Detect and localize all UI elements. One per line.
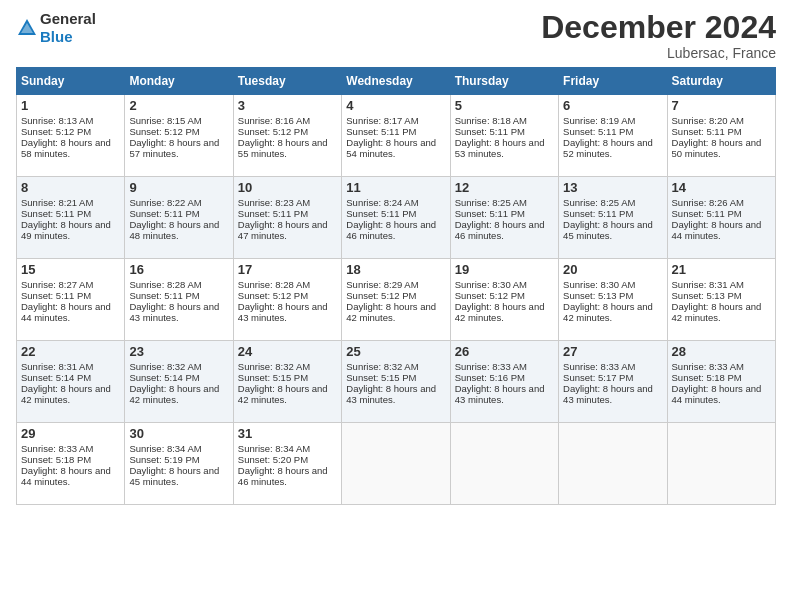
calendar-cell: 24Sunrise: 8:32 AMSunset: 5:15 PMDayligh… [233,341,341,423]
calendar-cell [559,423,667,505]
daylight-text: Daylight: 8 hours and 52 minutes. [563,137,662,159]
calendar-cell [342,423,450,505]
day-number: 31 [238,426,337,441]
daylight-text: Daylight: 8 hours and 42 minutes. [21,383,120,405]
calendar-header-row: SundayMondayTuesdayWednesdayThursdayFrid… [17,68,776,95]
sunrise-text: Sunrise: 8:34 AM [238,443,337,454]
calendar-header-cell: Wednesday [342,68,450,95]
day-number: 8 [21,180,120,195]
day-number: 26 [455,344,554,359]
calendar-table: SundayMondayTuesdayWednesdayThursdayFrid… [16,67,776,505]
day-number: 22 [21,344,120,359]
sunrise-text: Sunrise: 8:18 AM [455,115,554,126]
sunset-text: Sunset: 5:19 PM [129,454,228,465]
daylight-text: Daylight: 8 hours and 42 minutes. [346,301,445,323]
sunset-text: Sunset: 5:13 PM [563,290,662,301]
calendar-week-row: 8Sunrise: 8:21 AMSunset: 5:11 PMDaylight… [17,177,776,259]
daylight-text: Daylight: 8 hours and 43 minutes. [346,383,445,405]
calendar-cell: 18Sunrise: 8:29 AMSunset: 5:12 PMDayligh… [342,259,450,341]
sunrise-text: Sunrise: 8:19 AM [563,115,662,126]
sunrise-text: Sunrise: 8:23 AM [238,197,337,208]
sunrise-text: Sunrise: 8:34 AM [129,443,228,454]
daylight-text: Daylight: 8 hours and 46 minutes. [346,219,445,241]
sunset-text: Sunset: 5:11 PM [563,126,662,137]
calendar-cell: 23Sunrise: 8:32 AMSunset: 5:14 PMDayligh… [125,341,233,423]
calendar-cell: 29Sunrise: 8:33 AMSunset: 5:18 PMDayligh… [17,423,125,505]
day-number: 3 [238,98,337,113]
calendar-cell: 27Sunrise: 8:33 AMSunset: 5:17 PMDayligh… [559,341,667,423]
day-number: 10 [238,180,337,195]
sunset-text: Sunset: 5:11 PM [129,208,228,219]
sunset-text: Sunset: 5:11 PM [455,126,554,137]
month-title: December 2024 [541,10,776,45]
calendar-cell: 20Sunrise: 8:30 AMSunset: 5:13 PMDayligh… [559,259,667,341]
daylight-text: Daylight: 8 hours and 50 minutes. [672,137,771,159]
sunset-text: Sunset: 5:14 PM [129,372,228,383]
daylight-text: Daylight: 8 hours and 43 minutes. [563,383,662,405]
day-number: 17 [238,262,337,277]
calendar-week-row: 29Sunrise: 8:33 AMSunset: 5:18 PMDayligh… [17,423,776,505]
daylight-text: Daylight: 8 hours and 43 minutes. [129,301,228,323]
day-number: 24 [238,344,337,359]
day-number: 16 [129,262,228,277]
calendar-week-row: 22Sunrise: 8:31 AMSunset: 5:14 PMDayligh… [17,341,776,423]
calendar-cell: 16Sunrise: 8:28 AMSunset: 5:11 PMDayligh… [125,259,233,341]
calendar-cell: 25Sunrise: 8:32 AMSunset: 5:15 PMDayligh… [342,341,450,423]
daylight-text: Daylight: 8 hours and 42 minutes. [129,383,228,405]
sunrise-text: Sunrise: 8:32 AM [129,361,228,372]
calendar-cell: 21Sunrise: 8:31 AMSunset: 5:13 PMDayligh… [667,259,775,341]
sunrise-text: Sunrise: 8:31 AM [672,279,771,290]
calendar-cell: 4Sunrise: 8:17 AMSunset: 5:11 PMDaylight… [342,95,450,177]
daylight-text: Daylight: 8 hours and 55 minutes. [238,137,337,159]
calendar-cell: 31Sunrise: 8:34 AMSunset: 5:20 PMDayligh… [233,423,341,505]
calendar-cell: 8Sunrise: 8:21 AMSunset: 5:11 PMDaylight… [17,177,125,259]
day-number: 28 [672,344,771,359]
page-container: General Blue December 2024 Lubersac, Fra… [0,0,792,515]
sunset-text: Sunset: 5:14 PM [21,372,120,383]
sunrise-text: Sunrise: 8:33 AM [563,361,662,372]
sunrise-text: Sunrise: 8:16 AM [238,115,337,126]
calendar-cell: 15Sunrise: 8:27 AMSunset: 5:11 PMDayligh… [17,259,125,341]
sunset-text: Sunset: 5:11 PM [672,208,771,219]
sunset-text: Sunset: 5:12 PM [238,290,337,301]
sunrise-text: Sunrise: 8:26 AM [672,197,771,208]
calendar-week-row: 1Sunrise: 8:13 AMSunset: 5:12 PMDaylight… [17,95,776,177]
daylight-text: Daylight: 8 hours and 49 minutes. [21,219,120,241]
day-number: 29 [21,426,120,441]
daylight-text: Daylight: 8 hours and 45 minutes. [129,465,228,487]
sunset-text: Sunset: 5:12 PM [238,126,337,137]
sunrise-text: Sunrise: 8:13 AM [21,115,120,126]
calendar-cell: 1Sunrise: 8:13 AMSunset: 5:12 PMDaylight… [17,95,125,177]
day-number: 5 [455,98,554,113]
sunset-text: Sunset: 5:17 PM [563,372,662,383]
daylight-text: Daylight: 8 hours and 58 minutes. [21,137,120,159]
sunrise-text: Sunrise: 8:33 AM [21,443,120,454]
daylight-text: Daylight: 8 hours and 57 minutes. [129,137,228,159]
calendar-cell: 9Sunrise: 8:22 AMSunset: 5:11 PMDaylight… [125,177,233,259]
daylight-text: Daylight: 8 hours and 54 minutes. [346,137,445,159]
day-number: 19 [455,262,554,277]
sunrise-text: Sunrise: 8:32 AM [238,361,337,372]
sunset-text: Sunset: 5:15 PM [238,372,337,383]
calendar-header-cell: Tuesday [233,68,341,95]
calendar-cell: 10Sunrise: 8:23 AMSunset: 5:11 PMDayligh… [233,177,341,259]
header: General Blue December 2024 Lubersac, Fra… [16,10,776,61]
calendar-header-cell: Saturday [667,68,775,95]
day-number: 15 [21,262,120,277]
calendar-cell: 12Sunrise: 8:25 AMSunset: 5:11 PMDayligh… [450,177,558,259]
calendar-header-cell: Friday [559,68,667,95]
calendar-cell: 14Sunrise: 8:26 AMSunset: 5:11 PMDayligh… [667,177,775,259]
calendar-cell: 3Sunrise: 8:16 AMSunset: 5:12 PMDaylight… [233,95,341,177]
sunrise-text: Sunrise: 8:29 AM [346,279,445,290]
sunrise-text: Sunrise: 8:24 AM [346,197,445,208]
sunrise-text: Sunrise: 8:25 AM [563,197,662,208]
day-number: 11 [346,180,445,195]
daylight-text: Daylight: 8 hours and 46 minutes. [238,465,337,487]
sunrise-text: Sunrise: 8:28 AM [129,279,228,290]
day-number: 27 [563,344,662,359]
sunset-text: Sunset: 5:11 PM [455,208,554,219]
day-number: 30 [129,426,228,441]
day-number: 9 [129,180,228,195]
sunrise-text: Sunrise: 8:30 AM [455,279,554,290]
sunset-text: Sunset: 5:11 PM [129,290,228,301]
